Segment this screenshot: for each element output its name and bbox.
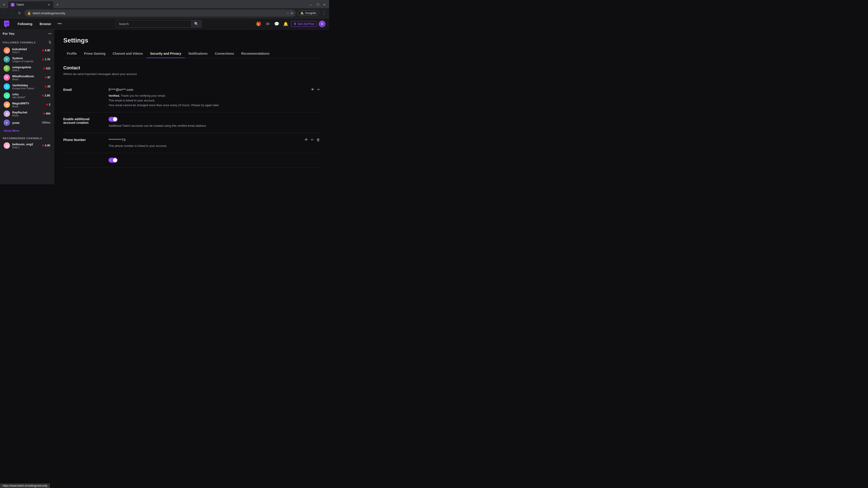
show-more-button[interactable]: Show More — [1, 127, 53, 134]
channel-game: Dota 2 — [12, 69, 41, 72]
channel-item[interactable]: K kukudota2 Dota 2 3.4K — [1, 46, 53, 55]
messages-icon-button[interactable]: ✉ — [264, 20, 271, 28]
tab-notifications[interactable]: Notifications — [185, 50, 211, 58]
reload-button[interactable]: ↻ — [16, 10, 23, 16]
channel-name: Magic899TV — [12, 102, 44, 105]
tab-profile[interactable]: Profile — [63, 50, 81, 58]
nav-following[interactable]: Following — [16, 21, 34, 27]
new-tab-button[interactable]: + — [54, 2, 61, 8]
email-content: 5****@m***.com 👁 ✏ Verified. Thank you f… — [108, 88, 320, 107]
channel-game: VALORANT — [12, 96, 40, 99]
close-window-button[interactable]: ✕ — [322, 3, 327, 7]
email-row: Email 5****@m***.com 👁 ✏ Verified. Thank… — [63, 83, 320, 112]
tab-title: Twitch — [16, 3, 45, 6]
channel-item[interactable]: M Magic899TV Music 2 — [1, 100, 53, 109]
avatar: M — [4, 74, 10, 80]
split-screen-icon[interactable]: ⧉ — [291, 11, 293, 15]
live-dot — [45, 76, 46, 78]
tab-channel-and-videos[interactable]: Channel and Videos — [109, 50, 147, 58]
channel-game: Music — [12, 105, 44, 108]
twitch-app: Following Browse ••• 🔍 🎁 ✉ 💬 🔔 ♛ Get Ad-… — [0, 18, 329, 184]
delete-phone-icon[interactable]: 🗑 — [316, 138, 320, 142]
recommended-channels-header: RECOMMENDED CHANNELS — [0, 134, 54, 141]
channel-item[interactable]: n nAts VALORANT 2.8K — [1, 91, 53, 100]
tab-security-and-privacy[interactable]: Security and Privacy — [147, 50, 185, 58]
email-value: 5****@m***.com — [108, 88, 133, 92]
channel-status: 3.4K — [42, 144, 51, 147]
for-you-label[interactable]: For You — [3, 32, 14, 35]
incognito-label: Incognito — [305, 11, 316, 15]
browser-menu-button[interactable]: ⋮ — [321, 10, 327, 16]
viewer-count: 97 — [48, 76, 51, 79]
show-email-icon[interactable]: 👁 — [311, 88, 314, 92]
browser-right-controls: 🕵 Incognito ⋮ — [298, 10, 327, 16]
settings-content: Settings Profile Prime Gaming Channel an… — [54, 30, 329, 184]
notifications-icon-button[interactable]: 🔔 — [282, 20, 289, 28]
edit-email-icon[interactable]: ✏ — [317, 88, 320, 92]
viewer-count: 1.7K — [45, 58, 51, 61]
phone-label: Phone Number — [63, 138, 108, 142]
page-title: Settings — [63, 37, 320, 44]
collapse-sidebar-button[interactable]: ↤ — [49, 31, 51, 36]
search-input[interactable] — [116, 21, 191, 27]
live-dot — [46, 104, 48, 105]
bottom-toggle-content — [108, 158, 320, 163]
user-avatar[interactable]: U — [319, 21, 326, 27]
channel-name: kukudota2 — [12, 47, 40, 51]
active-tab[interactable]: t Twitch ✕ — [8, 1, 53, 8]
crown-icon: ♛ — [293, 22, 296, 26]
nav-more-button[interactable]: ••• — [57, 21, 63, 27]
channel-item[interactable]: R RayRachel Music 804 — [1, 109, 53, 118]
search-button[interactable]: 🔍 — [191, 20, 202, 27]
channel-status: 1.7K — [42, 58, 51, 61]
drops-icon-button[interactable]: 🎁 — [255, 20, 262, 28]
viewer-count: 804 — [46, 112, 51, 115]
tab-favicon: t — [11, 3, 14, 6]
bookmark-star-icon[interactable]: ☆ — [286, 11, 289, 15]
maximize-button[interactable]: ❐ — [315, 3, 320, 7]
channel-item[interactable]: M MikaRoseMusic Music 97 — [1, 73, 53, 82]
channel-item[interactable]: S Sydeon League of Legends 1.7K — [1, 55, 53, 64]
tab-prime-gaming[interactable]: Prime Gaming — [81, 50, 109, 58]
avatar: S — [4, 65, 10, 72]
nav-browse[interactable]: Browse — [38, 21, 53, 27]
email-change-limit-msg: Your email cannot be changed more than o… — [108, 103, 219, 107]
edit-phone-icon[interactable]: ✏ — [311, 138, 314, 142]
sort-channels-button[interactable]: ⇅ — [49, 40, 51, 44]
channel-item[interactable]: y yowe Offline — [1, 118, 53, 127]
channel-info: solapsapdota Dota 2 — [12, 66, 41, 72]
tab-close-button[interactable]: ✕ — [47, 3, 51, 6]
back-button[interactable]: ← — [2, 10, 8, 16]
twitch-header: Following Browse ••• 🔍 🎁 ✉ 💬 🔔 ♛ Get Ad-… — [0, 18, 329, 30]
lock-icon: 🔒 — [27, 11, 31, 15]
account-creation-desc: Additional Twitch accounts can be create… — [108, 124, 320, 128]
channel-item[interactable]: S solapsapdota Dota 2 523 — [1, 64, 53, 73]
email-verified-msg: Thank you for verifying your email. — [120, 94, 166, 97]
avatar: n — [4, 92, 10, 99]
twitch-logo[interactable] — [4, 21, 10, 27]
get-ad-free-button[interactable]: ♛ Get Ad-Free — [291, 21, 317, 27]
channel-status: 804 — [43, 112, 51, 115]
tab-recommendations[interactable]: Recommendations — [238, 50, 273, 58]
incognito-button[interactable]: 🕵 Incognito — [298, 10, 319, 16]
forward-button[interactable]: → — [9, 10, 16, 16]
phone-content: **********73 👁 ✏ 🗑 This phone number is … — [108, 138, 320, 149]
tab-list-button[interactable]: ▼ — [2, 2, 6, 7]
main-layout: For You ↤ FOLLOWED CHANNELS ⇅ K kukudota… — [0, 30, 329, 184]
viewer-count: 3.4K — [45, 49, 51, 52]
address-bar-icons: ☆ ⧉ — [286, 11, 293, 15]
header-search: 🔍 — [66, 20, 251, 28]
minimize-button[interactable]: — — [309, 3, 313, 7]
tab-connections[interactable]: Connections — [211, 50, 238, 58]
bottom-toggle[interactable] — [108, 158, 118, 163]
channel-item[interactable]: V VanHoliday Escape from Tarkov 25 — [1, 82, 53, 91]
whispers-icon-button[interactable]: 💬 — [273, 20, 280, 28]
header-right: 🎁 ✉ 💬 🔔 ♛ Get Ad-Free U — [255, 20, 326, 28]
channel-item[interactable]: b betboom_eng2 Dota 2 3.4K — [1, 141, 53, 150]
live-dot — [42, 144, 44, 147]
show-phone-icon[interactable]: 👁 — [305, 138, 308, 142]
address-bar[interactable]: 🔒 twitch.tv/settings/security ☆ ⧉ — [24, 9, 296, 17]
account-creation-toggle[interactable] — [108, 117, 118, 122]
channel-info: kukudota2 Dota 2 — [12, 47, 40, 54]
channel-info: Sydeon League of Legends — [12, 57, 40, 63]
